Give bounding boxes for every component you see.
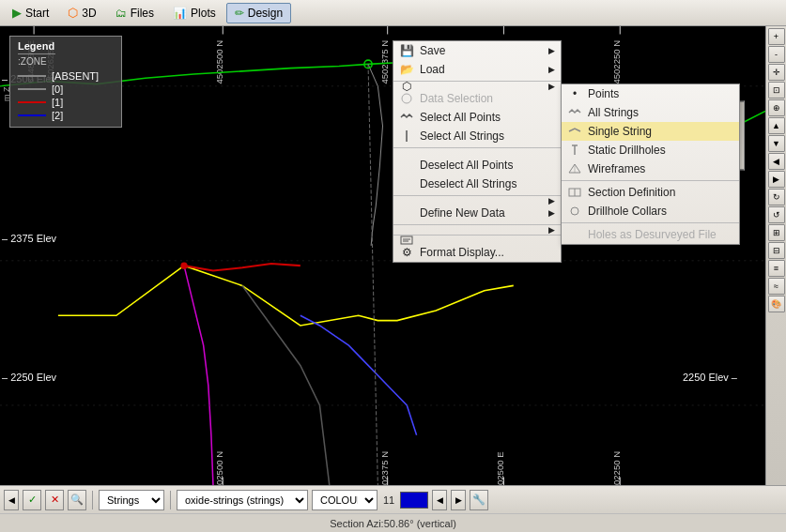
- right-btn-14[interactable]: ≡: [768, 260, 785, 277]
- menu-load[interactable]: 📂 Load: [393, 60, 561, 79]
- menu-settings-label: Format Display...: [420, 246, 504, 259]
- menu-select-all-drillholes[interactable]: Select All Strings: [393, 127, 561, 145]
- menu-deselect-all-strings[interactable]: Deselect All Points: [393, 156, 561, 175]
- menu-erase-label: Define New Data: [420, 206, 505, 220]
- menu-settings[interactable]: ⚙ Format Display...: [393, 243, 561, 262]
- menu-data-snapping[interactable]: [393, 227, 561, 233]
- status-search[interactable]: 🔍: [68, 490, 86, 510]
- color-left-arrow[interactable]: ◀: [432, 490, 447, 510]
- submenu-section-definition[interactable]: Section Definition: [562, 183, 739, 202]
- legend-item-2: [2]: [18, 110, 114, 121]
- plots-icon: 📊: [173, 7, 187, 20]
- legend-line-0: [18, 88, 46, 90]
- legend-subtitle: :ZONE: [18, 56, 114, 67]
- legend-item-0: [0]: [18, 84, 114, 95]
- submenu-drillhole-collars-label: Drillhole Collars: [588, 205, 667, 218]
- start-label: Start: [25, 7, 49, 20]
- files-icon: 🗂: [116, 7, 127, 20]
- menu-save[interactable]: 💾 Save: [393, 41, 561, 60]
- sep-4: [393, 224, 561, 225]
- right-btn-1[interactable]: +: [768, 28, 785, 45]
- 3d-button[interactable]: ⬡ 3D: [59, 3, 104, 23]
- right-btn-4[interactable]: ⊡: [768, 82, 785, 99]
- status-sep-2: [170, 491, 171, 509]
- svg-text:4502375 N: 4502375 N: [379, 451, 390, 485]
- submenu-sep-2: [562, 222, 739, 223]
- files-label: Files: [131, 7, 154, 20]
- submenu-holes-desurveyed-label: Holes as Desurveyed File: [588, 228, 717, 241]
- menu-deselect-all-drillholes[interactable]: Deselect All Strings: [393, 175, 561, 193]
- drillhole-collars-icon: [565, 204, 584, 219]
- viewport[interactable]: 8448250 E 4502625 N 4502500 N 4502375 N …: [0, 26, 765, 485]
- settings-icon: ⚙: [397, 245, 416, 260]
- dataset-dropdown[interactable]: oxide-strings (strings): [177, 490, 308, 510]
- legend: Legend :ZONE [ABSENT] [0] [1] [2]: [9, 36, 122, 128]
- design-button[interactable]: ✏ Design: [226, 3, 291, 23]
- status-color-box[interactable]: [400, 492, 428, 509]
- right-btn-7[interactable]: ▼: [768, 135, 785, 152]
- context-menu[interactable]: 💾 Save 📂 Load ⬡: [393, 40, 562, 263]
- submenu-drillhole-collars[interactable]: Drillhole Collars: [562, 202, 739, 220]
- submenu-static-drillholes-label: Static Drillholes: [588, 144, 666, 157]
- right-btn-10[interactable]: ↻: [768, 189, 785, 205]
- submenu-section-definition-label: Section Definition: [588, 186, 675, 199]
- status-left-arrow[interactable]: ◀: [4, 490, 19, 510]
- submenu-static-drillholes[interactable]: Static Drillholes: [562, 141, 739, 160]
- start-button[interactable]: ▶ Start: [4, 3, 57, 23]
- submenu-sep-1: [562, 180, 739, 181]
- menu-erase[interactable]: Define New Data: [393, 204, 561, 222]
- status-cancel[interactable]: ✕: [45, 490, 64, 510]
- menu-select-all-drillholes-label: Select All Strings: [420, 129, 504, 143]
- menu-select-all-strings[interactable]: Select All Points: [393, 108, 561, 127]
- legend-label-1: [1]: [52, 97, 63, 108]
- status-bar: ◀ ✓ ✕ 🔍 Strings oxide-strings (strings) …: [0, 485, 786, 513]
- right-btn-6[interactable]: ▲: [768, 117, 785, 134]
- svg-text:4502375 N: 4502375 N: [379, 40, 390, 84]
- submenu-single-string[interactable]: Single String: [562, 122, 739, 141]
- color-right-arrow[interactable]: ▶: [451, 490, 466, 510]
- status-check[interactable]: ✓: [23, 490, 41, 510]
- select-all-points-icon: [397, 91, 416, 106]
- right-btn-8[interactable]: ◀: [768, 153, 785, 170]
- top-toolbar: ▶ Start ⬡ 3D 🗂 Files 📊 Plots ✏ Design: [0, 0, 786, 26]
- type-dropdown[interactable]: Strings: [99, 490, 164, 510]
- submenu-holes-desurveyed[interactable]: Holes as Desurveyed File: [562, 225, 739, 244]
- submenu-points[interactable]: • Points: [562, 84, 739, 103]
- points-icon: •: [565, 86, 584, 101]
- right-btn-15[interactable]: ≈: [768, 278, 785, 295]
- right-btn-9[interactable]: ▶: [768, 171, 785, 188]
- submenu-all-strings[interactable]: All Strings: [562, 103, 739, 122]
- menu-save-label: Save: [420, 44, 445, 57]
- legend-line-absent: [18, 75, 46, 77]
- right-btn-13[interactable]: ⊟: [768, 242, 785, 259]
- right-btn-12[interactable]: ⊞: [768, 224, 785, 241]
- section-info: Section Azi:50.86° (vertical): [330, 518, 456, 529]
- right-btn-3[interactable]: ✛: [768, 64, 785, 81]
- files-button[interactable]: 🗂 Files: [107, 3, 162, 23]
- 3d-label: 3D: [82, 7, 96, 20]
- select-all-strings-icon: [397, 110, 416, 125]
- right-btn-16[interactable]: 🎨: [768, 296, 785, 312]
- svg-text:4502250 N: 4502250 N: [611, 40, 622, 84]
- submenu-all-strings-label: All Strings: [588, 106, 639, 119]
- status-extra-btn[interactable]: 🔧: [470, 490, 488, 510]
- right-panel: + - ✛ ⊡ ⊕ ▲ ▼ ◀ ▶ ↻ ↺ ⊞ ⊟ ≡ ≈ 🎨: [765, 26, 786, 485]
- right-btn-11[interactable]: ↺: [768, 206, 785, 223]
- plots-button[interactable]: 📊 Plots: [164, 3, 224, 23]
- design-label: Design: [248, 7, 283, 20]
- svg-text:4502250 N: 4502250 N: [611, 451, 622, 485]
- elev-2375-left: – 2375 Elev: [2, 233, 56, 244]
- legend-line-2: [18, 114, 46, 116]
- attribute-dropdown[interactable]: COLOUR: [312, 490, 378, 510]
- legend-label-0: [0]: [52, 84, 63, 95]
- svg-point-22: [181, 263, 187, 268]
- plots-label: Plots: [191, 7, 216, 20]
- right-btn-5[interactable]: ⊕: [768, 99, 785, 116]
- right-btn-2[interactable]: -: [768, 46, 785, 63]
- svg-text:4502500 E: 4502500 E: [496, 451, 506, 485]
- submenu-wireframes[interactable]: Wireframes: [562, 160, 739, 178]
- menu-select-all-points[interactable]: Data Selection: [393, 89, 561, 108]
- legend-line-1: [18, 101, 46, 103]
- menu-deselect-all-drillholes-label: Deselect All Strings: [420, 177, 516, 190]
- sep-2: [393, 147, 561, 148]
